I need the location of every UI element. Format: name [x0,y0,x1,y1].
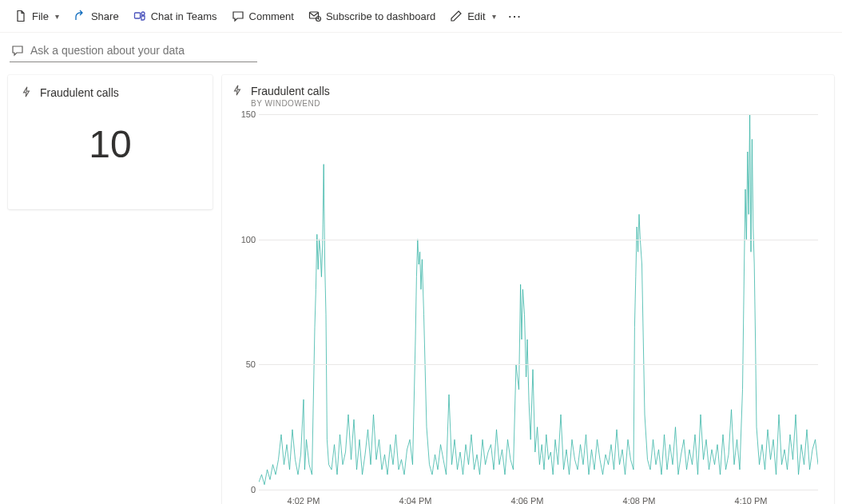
x-tick: 4:04 PM [399,496,432,504]
chart-subtitle: BY WINDOWEND [251,99,330,108]
subscribe-button[interactable]: Subscribe to dashboard [302,6,442,26]
chart-tile[interactable]: Fraudulent calls BY WINDOWEND 050100150 … [222,75,834,504]
x-axis: 4:02 PM4:04 PM4:06 PM4:08 PM4:10 PM [259,496,818,504]
chart-title: Fraudulent calls [251,85,330,97]
grid-line [259,240,818,240]
share-button[interactable]: Share [67,6,125,26]
qa-row [0,33,842,69]
grid-line [259,364,818,365]
subscribe-icon [308,10,321,22]
kpi-tile[interactable]: Fraudulent calls 10 [8,75,212,209]
y-tick: 150 [241,109,256,119]
chat-teams-button[interactable]: Chat in Teams [127,6,224,26]
y-tick: 50 [246,359,256,369]
qa-input-box[interactable] [10,41,257,62]
chevron-down-icon: ▾ [492,12,496,21]
command-bar: File ▾ Share Chat in Teams Comment Subsc… [0,0,842,33]
kpi-value: 10 [21,122,200,166]
comment-icon [11,44,24,57]
grid-line [259,114,818,115]
comment-icon [232,10,244,22]
comment-button[interactable]: Comment [225,6,300,26]
svg-point-1 [141,12,145,15]
comment-label: Comment [249,10,294,22]
edit-label: Edit [467,10,485,22]
share-icon [73,10,86,22]
file-label: File [32,10,49,22]
share-label: Share [91,10,119,22]
x-tick: 4:06 PM [511,496,544,504]
kpi-title: Fraudulent calls [40,86,119,99]
file-menu[interactable]: File ▾ [8,6,66,26]
y-tick: 100 [241,235,256,244]
series-line [259,114,818,485]
x-tick: 4:02 PM [288,496,320,504]
streaming-icon [21,86,32,100]
y-axis: 050100150 [232,114,259,490]
x-tick: 4:08 PM [623,496,656,504]
streaming-icon [232,85,243,98]
chart-plot-area: 050100150 4:02 PM4:04 PM4:06 PM4:08 PM4:… [232,114,824,504]
edit-menu[interactable]: Edit ▾ [443,6,502,26]
plot [259,114,818,490]
chevron-down-icon: ▾ [55,12,59,21]
qa-input[interactable] [30,44,256,57]
x-tick: 4:10 PM [735,496,768,504]
y-tick: 0 [251,485,256,494]
more-options-button[interactable]: ··· [504,10,527,22]
file-icon [14,10,27,22]
chat-label: Chat in Teams [151,10,217,22]
subscribe-label: Subscribe to dashboard [326,10,435,22]
dashboard-canvas: Fraudulent calls 10 Fraudulent calls BY … [0,69,842,504]
grid-line [259,490,818,490]
teams-icon [133,10,146,22]
pencil-icon [450,10,463,22]
more-icon: ··· [509,10,522,22]
svg-rect-0 [134,13,140,18]
